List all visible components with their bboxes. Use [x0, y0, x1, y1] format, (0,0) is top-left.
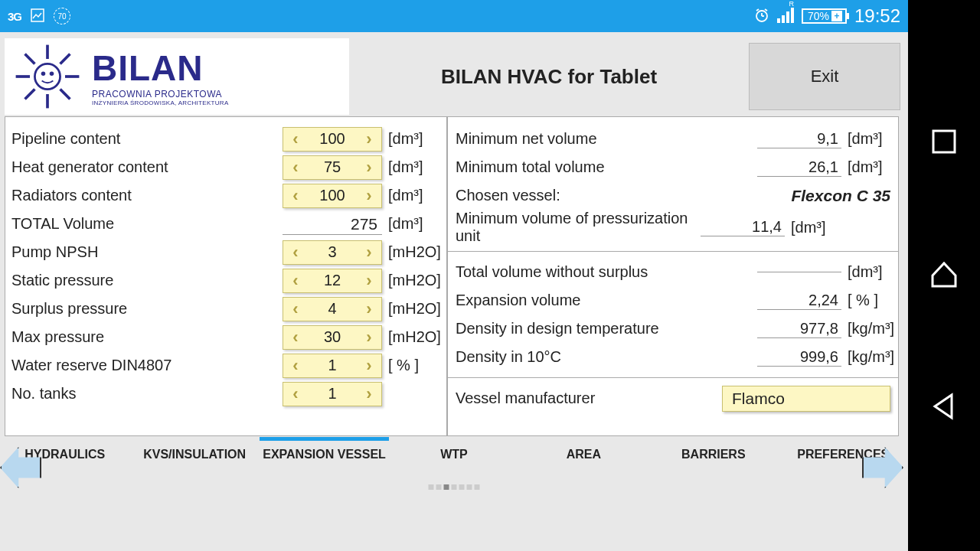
unit-label: [dm³] [382, 130, 440, 148]
stepper-increment[interactable]: › [357, 298, 381, 321]
svg-point-19 [41, 72, 46, 77]
back-button[interactable] [929, 391, 959, 425]
input-row: Heat generator content‹75›[dm³] [11, 153, 440, 181]
home-button[interactable] [929, 259, 959, 292]
unit-label: [mH2O] [382, 328, 440, 346]
stepper-value[interactable]: 3 [308, 243, 357, 261]
stepper-increment[interactable]: › [357, 354, 381, 377]
svg-rect-6 [777, 18, 780, 23]
stepper: ‹3› [283, 240, 382, 265]
stepper-increment[interactable]: › [357, 383, 381, 406]
output-label: Density in 10°C [456, 348, 757, 366]
output-value: 11,4 [701, 218, 785, 236]
manufacturer-select[interactable]: Flamco [722, 386, 890, 412]
stepper-value[interactable]: 4 [308, 300, 357, 318]
tab-barriers[interactable]: BARRIERS [648, 437, 778, 472]
stepper-value[interactable]: 12 [308, 272, 357, 289]
stepper-decrement[interactable]: ‹ [283, 298, 308, 321]
output-label: Minimum total volume [456, 158, 757, 176]
stepper-increment[interactable]: › [357, 128, 381, 151]
chosen-vessel-row: Chosen vessel:Flexcon C 35 [456, 181, 890, 210]
unit-label: [mH2O] [382, 300, 440, 318]
svg-line-16 [60, 90, 70, 99]
stepper-value[interactable]: 100 [308, 130, 357, 148]
clock-time: 19:52 [854, 5, 900, 27]
recent-apps-button[interactable] [929, 126, 959, 160]
stepper: ‹1› [283, 354, 382, 378]
exit-button[interactable]: Exit [749, 43, 900, 110]
tab-expansion-vessel[interactable]: EXPANSION VESSEL [260, 437, 389, 472]
android-status-bar: 3G 70 R 70%+ 19:52 [0, 0, 908, 32]
input-row: Water reserve DIN4807‹1›[ % ] [11, 351, 440, 380]
svg-rect-21 [933, 131, 955, 152]
output-label: Total volume without surplus [456, 263, 757, 281]
input-row: No. tanks‹1› [11, 380, 440, 408]
output-value: 26,1 [757, 158, 841, 177]
stepper-decrement[interactable]: ‹ [283, 241, 308, 264]
stepper-value[interactable]: 75 [308, 158, 357, 176]
svg-rect-8 [786, 11, 789, 23]
stepper: ‹75› [283, 155, 382, 180]
svg-line-15 [25, 54, 35, 64]
stepper-value[interactable]: 1 [308, 385, 357, 403]
battery-icon: 70%+ [802, 8, 847, 24]
output-row: Minimum total volume26,1[dm³] [456, 153, 890, 181]
stepper: ‹30› [283, 325, 382, 350]
input-panel: Pipeline content‹100›[dm³]Heat generator… [5, 116, 447, 436]
stepper-increment[interactable]: › [357, 269, 381, 292]
output-row: Minimum volume of pressurization unit11,… [456, 210, 890, 245]
stepper-value[interactable]: 1 [308, 357, 357, 374]
stepper-value[interactable]: 100 [308, 187, 357, 204]
input-label: Surplus pressure [11, 300, 283, 318]
svg-line-4 [756, 9, 759, 11]
unit-label: [mH2O] [382, 272, 440, 289]
network-3g-icon: 3G [8, 10, 21, 23]
android-nav-bar [908, 0, 980, 551]
stepper-value[interactable]: 30 [308, 328, 357, 346]
tab-bar: HYDRAULICSKVS/INSULATIONEXPANSION VESSEL… [0, 436, 908, 473]
stepper-decrement[interactable]: ‹ [283, 269, 308, 292]
stepper-decrement[interactable]: ‹ [283, 326, 308, 349]
chosen-vessel-label: Chosen vessel: [456, 187, 760, 204]
manufacturer-label: Vessel manufacturer [456, 390, 722, 407]
unit-label: [dm³] [841, 263, 890, 281]
chosen-vessel-value: Flexcon C 35 [760, 187, 890, 205]
unit-label: [dm³] [785, 219, 834, 236]
page-dots [429, 484, 480, 490]
input-label: No. tanks [11, 385, 283, 403]
stepper-increment[interactable]: › [357, 326, 381, 349]
stepper-increment[interactable]: › [357, 241, 381, 264]
input-label: Max pressure [11, 328, 283, 346]
stepper-decrement[interactable]: ‹ [283, 128, 308, 151]
tab-kvs-insulation[interactable]: KVS/INSULATION [129, 437, 259, 472]
unit-label: [kg/m³] [841, 320, 890, 337]
input-label: Pump NPSH [11, 243, 283, 261]
stepper-decrement[interactable]: ‹ [283, 354, 308, 377]
output-value [757, 272, 841, 272]
output-row: Expansion volume2,24[ % ] [456, 286, 890, 315]
stepper: ‹12› [283, 269, 382, 293]
tab-wtp[interactable]: WTP [389, 437, 518, 472]
readonly-value: 275 [283, 214, 382, 235]
stepper-decrement[interactable]: ‹ [283, 156, 308, 179]
svg-point-20 [50, 72, 54, 77]
input-label: Radiators content [11, 187, 283, 204]
svg-rect-9 [791, 8, 794, 23]
stepper-decrement[interactable]: ‹ [283, 383, 308, 406]
output-label: Minimum net volume [456, 130, 757, 148]
stepper: ‹4› [283, 297, 382, 321]
stepper-increment[interactable]: › [357, 156, 381, 179]
output-value: 999,6 [757, 348, 841, 367]
logo: BILAN PRACOWNIA PROJEKTOWA INŻYNIERIA ŚR… [5, 38, 349, 115]
input-row: Max pressure‹30›[mH2O] [11, 323, 440, 351]
tab-area[interactable]: AREA [519, 437, 648, 472]
stepper-increment[interactable]: › [357, 184, 381, 207]
output-value: 977,8 [757, 320, 841, 338]
unit-label: [ % ] [841, 292, 890, 309]
unit-label: [mH2O] [382, 243, 440, 261]
input-label: Pipeline content [11, 130, 283, 148]
output-label: Expansion volume [456, 292, 757, 309]
stepper-decrement[interactable]: ‹ [283, 184, 308, 207]
svg-line-17 [60, 54, 70, 64]
stepper: ‹100› [283, 127, 382, 152]
